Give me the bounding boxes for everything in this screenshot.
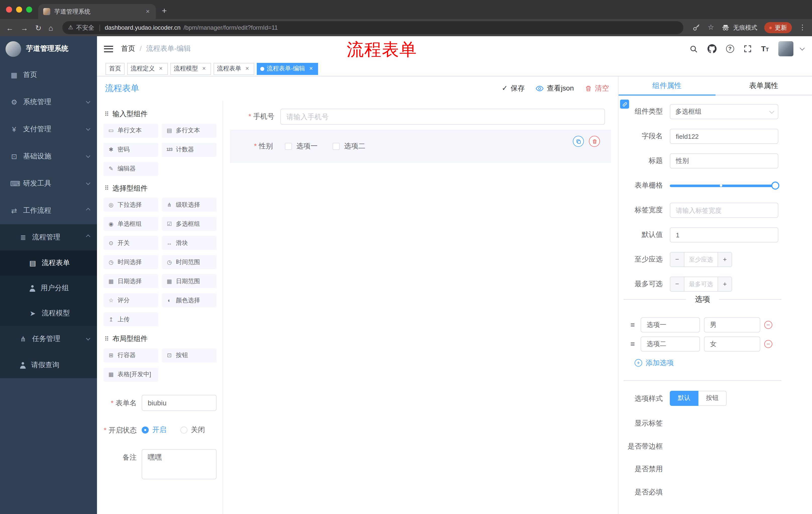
radio-on[interactable]: 开启 — [142, 426, 166, 434]
increase-button[interactable]: + — [718, 252, 732, 267]
window-close-button[interactable] — [6, 6, 12, 12]
remove-option-button[interactable]: − — [764, 321, 772, 329]
sidebar-item-home[interactable]: ▦ 首页 — [0, 61, 97, 88]
palette-item-button[interactable]: 按钮 — [162, 348, 216, 362]
style-button-button[interactable]: 按钮 — [698, 391, 727, 406]
copy-widget-button[interactable] — [573, 136, 584, 147]
close-icon[interactable]: × — [244, 65, 251, 72]
checkbox-icon[interactable] — [332, 143, 340, 150]
sidebar-item-process-form[interactable]: ▤ 流程表单 — [0, 250, 97, 276]
font-size-icon[interactable]: TT — [761, 44, 769, 54]
reload-icon[interactable]: ↻ — [35, 24, 41, 31]
home-icon[interactable]: ⌂ — [49, 24, 53, 31]
palette-item-editor[interactable]: 编辑器 — [104, 162, 158, 176]
form-name-input[interactable] — [142, 395, 216, 411]
min-select-input[interactable] — [685, 252, 718, 267]
app-logo[interactable]: 芋道管理系统 — [0, 36, 97, 61]
view-json-button[interactable]: 查看json — [536, 84, 574, 93]
slider-handle[interactable] — [771, 182, 779, 190]
sidebar-item-devtools[interactable]: ⌨ 研发工具 — [0, 170, 97, 197]
decrease-button[interactable]: − — [670, 277, 685, 291]
hamburger-icon[interactable] — [104, 46, 113, 52]
increase-button[interactable]: + — [718, 277, 732, 291]
label-width-input[interactable] — [670, 203, 778, 218]
tab-close-icon[interactable]: × — [144, 7, 152, 16]
radio-off[interactable]: 关闭 — [180, 426, 205, 434]
sidebar-item-leave-query[interactable]: 请假查询 — [0, 352, 97, 378]
clear-button[interactable]: 清空 — [585, 84, 609, 93]
palette-item-time-range[interactable]: 时间范围 — [162, 255, 216, 269]
gender-widget-selected[interactable]: 性别 选项一 选项二 — [230, 130, 611, 163]
tag-process-model[interactable]: 流程模型 × — [170, 63, 211, 75]
save-button[interactable]: ✓ 保存 — [502, 84, 525, 93]
palette-item-radio-group[interactable]: 单选框组 — [104, 217, 158, 231]
sidebar-item-task-management[interactable]: ⋔ 任务管理 — [0, 326, 97, 352]
new-tab-button[interactable]: + — [162, 5, 167, 16]
tag-process-definition[interactable]: 流程定义 × — [127, 63, 168, 75]
option-1-name-input[interactable] — [641, 317, 700, 332]
search-icon[interactable] — [689, 45, 698, 53]
grid-slider[interactable] — [670, 178, 778, 193]
forward-icon[interactable]: → — [21, 24, 28, 31]
palette-item-date-range[interactable]: 日期范围 — [162, 274, 216, 288]
palette-item-color-picker[interactable]: 颜色选择 — [162, 293, 216, 307]
help-icon[interactable]: ? — [726, 45, 734, 53]
checkbox-option-1[interactable]: 选项一 — [285, 142, 318, 151]
palette-item-switch[interactable]: 开关 — [104, 236, 158, 250]
default-value-input[interactable] — [670, 227, 778, 242]
close-icon[interactable]: × — [308, 65, 315, 72]
sidebar-item-payment[interactable]: ¥ 支付管理 — [0, 116, 97, 143]
security-label[interactable]: 不安全 — [76, 24, 94, 31]
palette-item-multi-line-text[interactable]: 多行文本 — [162, 124, 216, 138]
palette-item-slider[interactable]: 滑块 — [162, 236, 216, 250]
drag-handle-icon[interactable]: ≡ — [629, 340, 637, 348]
palette-item-checkbox-group[interactable]: 多选框组 — [162, 217, 216, 231]
window-minimize-button[interactable] — [16, 6, 22, 12]
palette-item-cascader[interactable]: 级联选择 — [162, 198, 216, 212]
palette-item-rate[interactable]: 评分 — [104, 293, 158, 307]
sidebar-item-infrastructure[interactable]: ⊡ 基础设施 — [0, 143, 97, 170]
password-key-icon[interactable] — [693, 24, 701, 32]
palette-item-counter[interactable]: 计数器 — [162, 142, 216, 157]
user-avatar[interactable] — [778, 41, 793, 56]
checkbox-option-2[interactable]: 选项二 — [332, 142, 365, 151]
address-bar[interactable]: ⚠ 不安全 dashboard.yudao.iocoder.cn /bpm/ma… — [62, 21, 684, 34]
remove-option-button[interactable]: − — [764, 340, 772, 348]
bookmark-star-icon[interactable]: ☆ — [708, 23, 714, 32]
option-1-value-input[interactable] — [704, 317, 760, 332]
tag-process-form[interactable]: 流程表单 × — [213, 63, 254, 75]
phone-field-row[interactable]: 手机号 — [230, 109, 611, 125]
sidebar-item-system[interactable]: ⚙ 系统管理 — [0, 88, 97, 116]
browser-tab[interactable]: 芋道管理系统 × — [38, 4, 156, 19]
delete-widget-button[interactable] — [589, 136, 600, 147]
palette-item-table[interactable]: 表格[开发中] — [104, 368, 158, 381]
tag-process-form-edit[interactable]: 流程表单-编辑 × — [257, 63, 318, 75]
browser-menu-icon[interactable]: ⋮ — [799, 23, 806, 32]
browser-update-button[interactable]: 更新 — [764, 22, 792, 33]
close-icon[interactable]: × — [157, 65, 164, 72]
github-icon[interactable] — [707, 44, 716, 53]
phone-field-input[interactable] — [280, 109, 605, 125]
sidebar-item-workflow[interactable]: ⇄ 工作流程 — [0, 197, 97, 224]
drag-handle-icon[interactable]: ≡ — [629, 321, 637, 329]
title-input[interactable] — [670, 154, 778, 168]
component-type-select[interactable]: 多选框组 — [670, 104, 778, 119]
palette-item-upload[interactable]: 上传 — [104, 312, 158, 326]
slider-track[interactable] — [670, 184, 778, 187]
tab-form-props[interactable]: 表单属性 — [715, 77, 812, 94]
option-2-name-input[interactable] — [641, 336, 700, 352]
option-2-value-input[interactable] — [704, 336, 760, 352]
max-select-input[interactable] — [685, 277, 718, 291]
fullscreen-icon[interactable] — [744, 45, 751, 53]
palette-item-password[interactable]: 密码 — [104, 142, 158, 157]
field-name-input[interactable] — [670, 129, 778, 144]
user-menu-caret-icon[interactable] — [800, 46, 805, 51]
remark-textarea[interactable]: 嘿嘿 — [142, 449, 216, 479]
style-default-button[interactable]: 默认 — [670, 391, 698, 406]
sidebar-item-user-group[interactable]: 用户分组 — [0, 276, 97, 301]
window-zoom-button[interactable] — [26, 6, 32, 12]
sidebar-item-process-model[interactable]: ➤ 流程模型 — [0, 301, 97, 326]
back-icon[interactable]: ← — [6, 24, 13, 31]
add-option-button[interactable]: + 添加选项 — [635, 359, 812, 368]
form-canvas[interactable]: 手机号 性别 — [223, 101, 618, 514]
